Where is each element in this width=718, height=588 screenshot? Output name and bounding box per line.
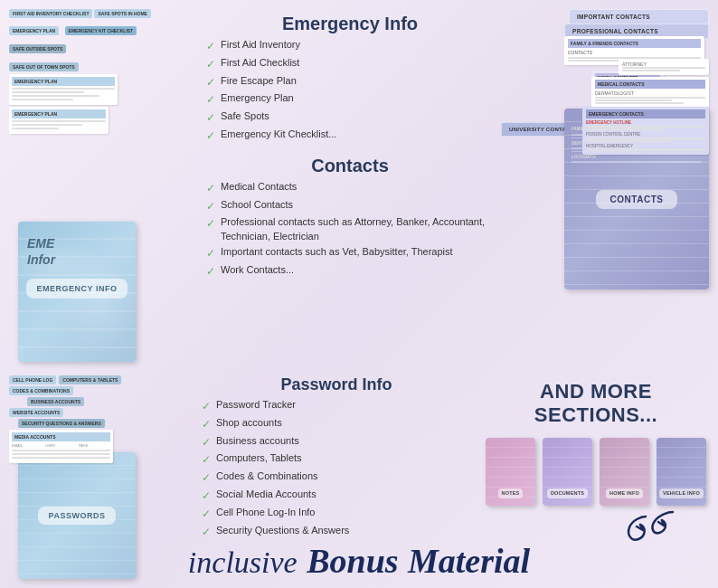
- cs-line: [586, 138, 705, 139]
- cont-item-4: ✓ Important contacts such as Vet, Babysi…: [206, 245, 494, 261]
- pwd-item-2: ✓ Shop accounts: [202, 416, 471, 432]
- top-section: First Aid Inventory Checklist Safe Spots…: [0, 0, 718, 371]
- mini-line: [12, 88, 115, 90]
- pwd-item-4: ✓ Computers, Tablets: [202, 451, 471, 468]
- contacts-label: CONTACTS: [596, 190, 678, 209]
- book-italic-title: EMEInfor: [27, 235, 55, 268]
- pwd-check-7: ✓: [202, 507, 211, 522]
- cont-item-2: ✓ School Contacts: [206, 198, 494, 214]
- check-icon-5: ✓: [206, 110, 215, 126]
- pwd-check-2: ✓: [202, 417, 211, 432]
- tab-first-aid: First Aid Inventory Checklist: [9, 9, 92, 18]
- pwd-item-1: ✓ Password Tracker: [202, 398, 471, 414]
- bonus-book-homeinfo: HOME INFO: [600, 438, 649, 506]
- mini-doc-2: Emergency Plan: [9, 107, 109, 134]
- mini-doc-2-header: Emergency Plan: [12, 109, 106, 119]
- pwd-tab-computers: Computers & Tablets: [59, 375, 121, 384]
- bonus-material-area: inclusive Bonus Material: [0, 541, 718, 581]
- bonus-books-row: NOTES DOCUMENTS HOME INFO VEHICLE INFO: [486, 438, 706, 506]
- mini-line: [12, 91, 84, 93]
- pwd-book-label: PASSWORDS: [38, 507, 117, 525]
- cs-line: [622, 70, 680, 71]
- bonus-text-bonus: Bonus: [307, 542, 398, 580]
- mini-doc-1-header: Emergency Plan: [12, 77, 115, 86]
- mini-line: [12, 120, 106, 122]
- mini-line: [12, 99, 73, 100]
- tab-safe-spots: Safe Spots In Home: [94, 9, 150, 18]
- pwd-section-title: Password Info: [202, 375, 471, 394]
- bonus-text-inclusive: inclusive: [188, 545, 298, 579]
- mini-media-header: Media Accounts: [12, 432, 110, 441]
- pwd-tab-business: Business Accounts: [27, 397, 84, 406]
- mini-line: [12, 453, 110, 455]
- cs-line: [586, 126, 705, 128]
- mini-doc-1: Emergency Plan: [9, 74, 118, 105]
- cs-line: [586, 149, 705, 151]
- cs-emer-header: Emergency Contacts: [586, 109, 705, 119]
- left-col: First Aid Inventory Checklist Safe Spots…: [9, 9, 190, 362]
- check-icon-c3: ✓: [206, 216, 215, 232]
- doc-tabs-row: First Aid Inventory Checklist Safe Spots…: [9, 9, 190, 18]
- cs-attorney: ATTORNEY: [619, 59, 709, 75]
- emer-item-5: ✓ Safe Spots: [206, 109, 494, 126]
- emer-item-4: ✓ Emergency Plan: [206, 91, 494, 108]
- pwd-item-6: ✓ Social Media Accounts: [202, 488, 471, 504]
- cs-line: [595, 97, 705, 99]
- emer-item-1: ✓ First Aid Inventory: [206, 38, 494, 54]
- check-icon-1: ✓: [206, 39, 215, 54]
- emer-item-6: ✓ Emergency Kit Checklist...: [206, 128, 494, 144]
- pwd-check-1: ✓: [202, 399, 211, 414]
- bonus-book-label-vehicle: VEHICLE INFO: [659, 488, 704, 498]
- pwd-item-7: ✓ Cell Phone Log-In Info: [202, 506, 471, 522]
- mini-line: [12, 124, 82, 126]
- right-col: Important Contacts Professional Contacts…: [510, 9, 709, 362]
- mini-line: [12, 95, 99, 97]
- pwd-tab-security: Security Questions & Answers: [18, 419, 105, 428]
- contacts-title: Contacts: [206, 156, 494, 176]
- cs-med-header: Medical Contacts: [595, 80, 705, 89]
- bonus-book-notes: NOTES: [486, 438, 535, 506]
- check-icon-c2: ✓: [206, 199, 215, 214]
- pwd-tab-website: Website Accounts: [9, 408, 63, 417]
- emergency-info-title: Emergency Info: [206, 14, 494, 34]
- pwd-check-6: ✓: [202, 488, 211, 504]
- cs-medical: Medical Contacts DERMATOLOGIST: [591, 77, 709, 108]
- cs-fam-header: Family & Friends Contacts: [568, 39, 701, 48]
- pwd-check-5: ✓: [202, 470, 211, 486]
- bonus-book-vehicle: VEHICLE INFO: [657, 438, 706, 506]
- emer-item-3: ✓ Fire Escape Plan: [206, 74, 494, 90]
- cs-line: [586, 128, 664, 130]
- middle-col: Emergency Info ✓ First Aid Inventory ✓ F…: [197, 9, 503, 362]
- check-icon-c1: ✓: [206, 181, 215, 196]
- book-label: Emergency Info: [26, 279, 128, 299]
- emergency-big-book: EMEInfor Emergency Info: [18, 222, 136, 362]
- check-icon-2: ✓: [206, 57, 215, 72]
- bonus-book-label-docs: DOCUMENTS: [547, 488, 588, 498]
- ct-important: Important Contacts: [569, 9, 709, 24]
- tab-emer-kit: Emergency Plan: [9, 26, 59, 35]
- bonus-book-label-home: HOME INFO: [606, 488, 643, 498]
- pwd-item-3: ✓ Business accounts: [202, 434, 471, 450]
- check-icon-6: ✓: [206, 128, 215, 144]
- mini-line: [12, 457, 110, 459]
- cont-item-5: ✓ Work Contacts...: [206, 263, 494, 280]
- pwd-check-4: ✓: [202, 452, 211, 468]
- pwd-check-8: ✓: [202, 525, 211, 540]
- bonus-book-documents: DOCUMENTS: [543, 438, 592, 506]
- mini-media-doc: Media Accounts EMAIL USER PASS: [9, 430, 113, 463]
- pwd-tab-codes: Codes & Combinations: [9, 386, 73, 395]
- check-icon-3: ✓: [206, 75, 215, 90]
- check-icon-c5: ✓: [206, 264, 215, 280]
- mini-line: [12, 128, 59, 129]
- main-container: First Aid Inventory Checklist Safe Spots…: [0, 0, 718, 588]
- mini-line: [12, 450, 110, 451]
- cs-line: [595, 102, 684, 104]
- tab-safe-out: Safe Outside Spots: [9, 44, 66, 53]
- contact-tab-stack: Important Contacts Professional Contacts…: [510, 9, 709, 289]
- and-more-title: AND MORE SECTIONS...: [483, 380, 709, 427]
- bonus-text-material: Material: [408, 542, 530, 580]
- tab-emer-kit2: Emergency Kit Checklist: [65, 26, 137, 35]
- pwd-check-3: ✓: [202, 435, 211, 450]
- cs-line: [622, 67, 705, 69]
- check-icon-c4: ✓: [206, 246, 215, 261]
